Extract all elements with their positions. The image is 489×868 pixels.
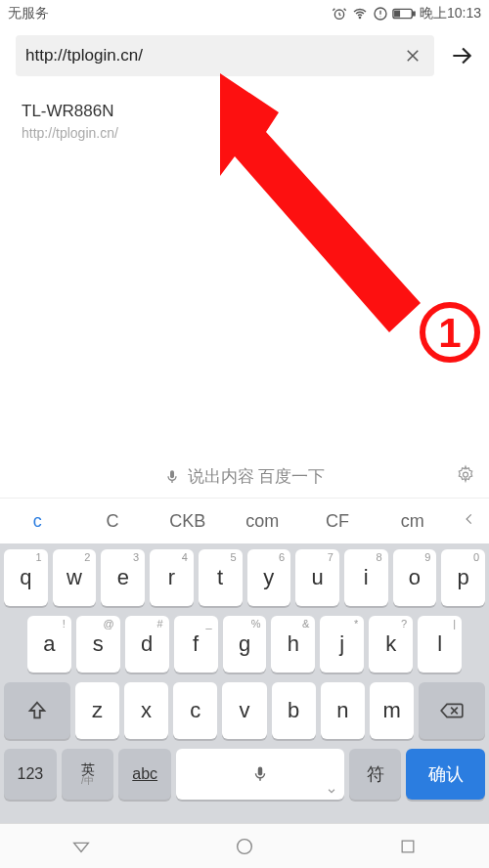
voice-hint-text: 说出内容 百度一下 bbox=[188, 465, 326, 488]
key-e[interactable]: 3e bbox=[101, 549, 145, 606]
status-icons: 晚上10:13 bbox=[332, 5, 481, 22]
back-button[interactable] bbox=[62, 827, 101, 866]
candidate-item[interactable]: cm bbox=[375, 511, 450, 532]
wifi-icon bbox=[351, 6, 369, 22]
svg-rect-12 bbox=[402, 841, 414, 852]
key-x[interactable]: x bbox=[124, 682, 168, 739]
candidate-item[interactable]: CF bbox=[300, 511, 376, 532]
key-t[interactable]: 5t bbox=[199, 549, 243, 606]
go-button[interactable] bbox=[442, 36, 481, 75]
key-g[interactable]: %g bbox=[223, 616, 267, 673]
symbol-key[interactable]: 符 bbox=[349, 749, 402, 800]
svg-rect-5 bbox=[395, 11, 400, 17]
svg-rect-10 bbox=[258, 767, 263, 776]
key-r[interactable]: 4r bbox=[150, 549, 194, 606]
key-u[interactable]: 7u bbox=[295, 549, 339, 606]
url-suggestion[interactable]: TL-WR886N http://tplogin.cn/ bbox=[0, 84, 489, 145]
numeric-key[interactable]: 123 bbox=[4, 749, 57, 800]
settings-button[interactable] bbox=[456, 464, 475, 489]
microphone-icon bbox=[164, 468, 180, 486]
suggestion-title: TL-WR886N bbox=[22, 102, 467, 121]
key-c[interactable]: c bbox=[173, 682, 217, 739]
candidate-item[interactable]: CKB bbox=[150, 511, 225, 532]
chevron-left-icon bbox=[463, 510, 476, 528]
language-key[interactable]: 英/中 bbox=[62, 749, 114, 800]
shift-icon bbox=[26, 700, 48, 721]
voice-search-bar[interactable]: 说出内容 百度一下 bbox=[0, 456, 489, 499]
alarm-icon bbox=[332, 6, 347, 22]
microphone-icon bbox=[251, 763, 269, 785]
system-nav-bar bbox=[0, 823, 489, 868]
square-icon bbox=[398, 837, 418, 856]
candidate-item[interactable]: com bbox=[225, 511, 300, 532]
svg-point-11 bbox=[238, 839, 252, 853]
backspace-key[interactable] bbox=[419, 682, 485, 739]
triangle-down-icon bbox=[70, 836, 92, 857]
confirm-key[interactable]: 确认 bbox=[406, 749, 485, 800]
keyboard-row-1: 1q2w3e4r5t6y7u8i9o0p bbox=[4, 549, 485, 606]
suggestion-url: http://tplogin.cn/ bbox=[22, 125, 467, 141]
key-b[interactable]: b bbox=[272, 682, 316, 739]
key-v[interactable]: v bbox=[222, 682, 266, 739]
key-h[interactable]: &h bbox=[271, 616, 315, 673]
chevron-down-icon bbox=[327, 786, 336, 796]
circle-icon bbox=[234, 836, 255, 857]
annotation-number: 1 bbox=[438, 310, 461, 356]
key-i[interactable]: 8i bbox=[344, 549, 388, 606]
key-n[interactable]: n bbox=[321, 682, 365, 739]
abc-key[interactable]: abc bbox=[118, 749, 171, 800]
address-bar[interactable] bbox=[16, 35, 434, 76]
key-j[interactable]: *j bbox=[320, 616, 364, 673]
backspace-icon bbox=[439, 701, 465, 720]
close-icon bbox=[404, 47, 422, 65]
status-bar: 无服务 晚上10:13 bbox=[0, 0, 489, 27]
key-o[interactable]: 9o bbox=[393, 549, 437, 606]
svg-rect-8 bbox=[170, 470, 174, 478]
clock-label: 晚上10:13 bbox=[420, 5, 481, 22]
soft-keyboard: 1q2w3e4r5t6y7u8i9o0p !a@s#d_f%g&h*j?k|l … bbox=[0, 543, 489, 823]
key-z[interactable]: z bbox=[75, 682, 119, 739]
candidate-item[interactable]: C bbox=[75, 511, 151, 532]
recent-button[interactable] bbox=[388, 827, 427, 866]
key-y[interactable]: 6y bbox=[247, 549, 291, 606]
key-a[interactable]: !a bbox=[27, 616, 71, 673]
key-k[interactable]: ?k bbox=[369, 616, 413, 673]
gear-icon bbox=[456, 464, 475, 484]
battery-icon bbox=[392, 7, 416, 21]
key-d[interactable]: #d bbox=[125, 616, 169, 673]
candidate-more-button[interactable] bbox=[450, 510, 489, 532]
svg-point-1 bbox=[359, 17, 360, 18]
carrier-label: 无服务 bbox=[8, 5, 332, 22]
url-input[interactable] bbox=[25, 46, 401, 65]
candidate-item[interactable]: c bbox=[0, 511, 75, 532]
svg-point-7 bbox=[422, 305, 477, 360]
arrow-right-icon bbox=[449, 43, 474, 68]
svg-rect-4 bbox=[413, 12, 415, 16]
space-key[interactable] bbox=[176, 749, 344, 800]
svg-point-9 bbox=[464, 472, 468, 477]
key-m[interactable]: m bbox=[370, 682, 414, 739]
candidate-strip: c C CKB com CF cm bbox=[0, 499, 489, 543]
key-q[interactable]: 1q bbox=[4, 549, 48, 606]
key-p[interactable]: 0p bbox=[441, 549, 485, 606]
keyboard-row-3: zxcvbnm bbox=[4, 682, 485, 739]
key-w[interactable]: 2w bbox=[53, 549, 97, 606]
keyboard-row-2: !a@s#d_f%g&h*j?k|l bbox=[4, 616, 485, 673]
clear-button[interactable] bbox=[401, 44, 424, 67]
home-button[interactable] bbox=[225, 827, 264, 866]
key-s[interactable]: @s bbox=[76, 616, 120, 673]
shift-key[interactable] bbox=[4, 682, 70, 739]
key-f[interactable]: _f bbox=[174, 616, 218, 673]
keyboard-row-4: 123 英/中 abc 符 确认 bbox=[4, 749, 485, 800]
address-bar-row bbox=[0, 27, 489, 84]
warning-icon bbox=[373, 6, 388, 22]
key-l[interactable]: |l bbox=[418, 616, 462, 673]
